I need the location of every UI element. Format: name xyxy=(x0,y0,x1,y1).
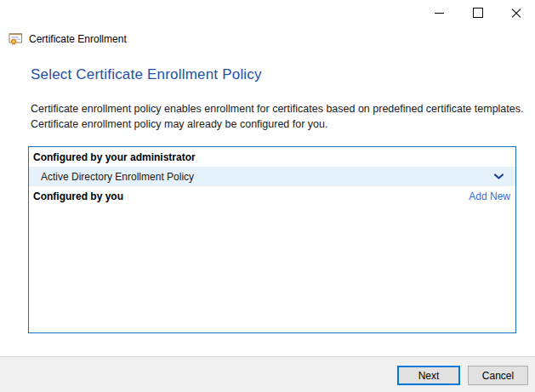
certificate-icon xyxy=(9,31,23,46)
minimize-button[interactable] xyxy=(420,0,458,26)
close-icon xyxy=(511,9,521,18)
window-title: Certificate Enrollment xyxy=(29,33,127,45)
policy-row-label: Active Directory Enrollment Policy xyxy=(41,171,494,183)
footer-bar: Next Cancel xyxy=(0,356,535,392)
cancel-button[interactable]: Cancel xyxy=(468,366,528,385)
user-section-header: Configured by you Add New xyxy=(29,186,515,206)
window-controls xyxy=(420,0,535,26)
app-header: Certificate Enrollment xyxy=(9,31,127,46)
maximize-icon xyxy=(473,8,483,18)
page-title: Select Certificate Enrollment Policy xyxy=(31,66,262,83)
maximize-button[interactable] xyxy=(458,0,497,26)
page-description: Certificate enrollment policy enables en… xyxy=(31,101,524,132)
enrollment-policy-list: Configured by your administrator Active … xyxy=(28,146,516,333)
close-button[interactable] xyxy=(497,0,535,26)
admin-section-header: Configured by your administrator xyxy=(29,147,515,167)
page-description-line1: Certificate enrollment policy enables en… xyxy=(31,101,524,116)
add-new-link[interactable]: Add New xyxy=(469,190,510,202)
page-description-line2: Certificate enrollment policy may alread… xyxy=(31,116,524,132)
admin-section-label: Configured by your administrator xyxy=(33,151,196,163)
user-section-label: Configured by you xyxy=(33,190,123,202)
active-directory-policy-row[interactable]: Active Directory Enrollment Policy xyxy=(29,167,515,186)
chevron-down-icon[interactable] xyxy=(494,173,504,179)
minimize-icon xyxy=(435,13,444,14)
next-button[interactable]: Next xyxy=(397,366,460,385)
